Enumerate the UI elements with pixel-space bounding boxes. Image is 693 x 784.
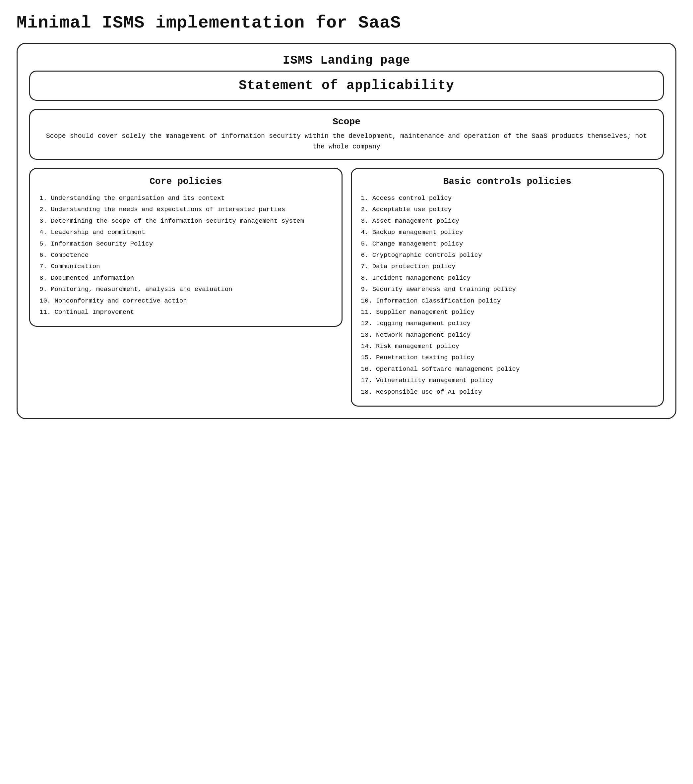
list-item: 10. Nonconformity and corrective action xyxy=(40,296,332,306)
list-item: 2. Acceptable use policy xyxy=(361,204,654,214)
list-item: 9. Security awareness and training polic… xyxy=(361,284,654,294)
page-title: Minimal ISMS implementation for SaaS xyxy=(16,13,676,33)
statement-title: Statement of applicability xyxy=(40,78,653,93)
list-item: 5. Change management policy xyxy=(361,239,654,249)
core-policies-list: 1. Understanding the organisation and it… xyxy=(40,193,332,317)
scope-text: Scope should cover solely the management… xyxy=(40,131,653,152)
list-item: 8. Incident management policy xyxy=(361,273,654,283)
list-item: 15. Penetration testing policy xyxy=(361,352,654,362)
core-policies-box: Core policies 1. Understanding the organ… xyxy=(29,168,343,327)
list-item: 6. Cryptographic controls policy xyxy=(361,250,654,260)
landing-page-title: ISMS Landing page xyxy=(29,54,664,67)
list-item: 7. Communication xyxy=(40,262,332,272)
basic-controls-list: 1. Access control policy2. Acceptable us… xyxy=(361,193,654,397)
list-item: 7. Data protection policy xyxy=(361,262,654,272)
list-item: 3. Determining the scope of the informat… xyxy=(40,216,332,226)
list-item: 6. Competence xyxy=(40,250,332,260)
list-item: 11. Continual Improvement xyxy=(40,307,332,317)
scope-heading: Scope xyxy=(40,117,653,127)
list-item: 13. Network management policy xyxy=(361,330,654,340)
list-item: 8. Documented Information xyxy=(40,273,332,283)
list-item: 11. Supplier management policy xyxy=(361,307,654,317)
list-item: 1. Understanding the organisation and it… xyxy=(40,193,332,203)
list-item: 9. Monitoring, measurement, analysis and… xyxy=(40,284,332,294)
list-item: 4. Backup management policy xyxy=(361,227,654,237)
list-item: 14. Risk management policy xyxy=(361,341,654,351)
scope-box: Scope Scope should cover solely the mana… xyxy=(29,109,664,160)
list-item: 17. Vulnerability management policy xyxy=(361,376,654,385)
list-item: 2. Understanding the needs and expectati… xyxy=(40,204,332,214)
statement-box: Statement of applicability xyxy=(29,71,664,101)
basic-controls-heading: Basic controls policies xyxy=(361,176,654,186)
list-item: 18. Responsible use of AI policy xyxy=(361,387,654,397)
list-item: 10. Information classification policy xyxy=(361,296,654,306)
list-item: 4. Leadership and commitment xyxy=(40,227,332,237)
list-item: 12. Logging management policy xyxy=(361,318,654,328)
core-policies-heading: Core policies xyxy=(40,176,332,186)
list-item: 5. Information Security Policy xyxy=(40,239,332,249)
outer-container: ISMS Landing page Statement of applicabi… xyxy=(16,43,676,419)
basic-controls-box: Basic controls policies 1. Access contro… xyxy=(351,168,664,407)
list-item: 3. Asset management policy xyxy=(361,216,654,226)
list-item: 16. Operational software management poli… xyxy=(361,364,654,374)
list-item: 1. Access control policy xyxy=(361,193,654,203)
policies-row: Core policies 1. Understanding the organ… xyxy=(29,168,664,407)
